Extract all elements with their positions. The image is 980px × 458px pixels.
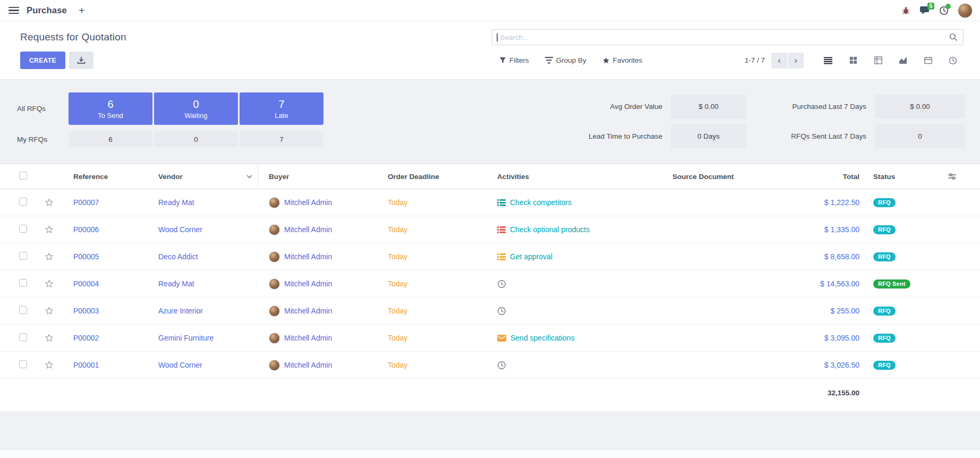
buyer-avatar — [269, 278, 280, 290]
row-deadline: Today — [377, 334, 487, 342]
row-activity[interactable]: Get approval — [487, 252, 662, 261]
my-rfqs-filter[interactable]: My RFQs — [17, 135, 67, 143]
table-header-row: Reference Vendor Buyer Order Deadline Ac… — [0, 164, 980, 189]
buyer-avatar — [269, 197, 280, 208]
activity-icon[interactable] — [497, 279, 506, 289]
purchase-dashboard: All RFQs 6 To Send 0 Waiting 7 Late My R… — [0, 80, 980, 164]
list-view-icon[interactable] — [817, 53, 839, 69]
favorite-star-icon[interactable] — [44, 279, 54, 289]
favorite-star-icon[interactable] — [44, 306, 54, 316]
export-button[interactable] — [69, 52, 93, 69]
page-background — [0, 412, 980, 449]
group-by-button[interactable]: Group By — [545, 56, 586, 64]
search-input[interactable] — [500, 33, 950, 41]
activity-icon[interactable] — [497, 307, 506, 316]
page-title: Requests for Quotation — [20, 31, 126, 43]
kanban-view-icon[interactable] — [842, 53, 864, 69]
column-header-order-deadline[interactable]: Order Deadline — [377, 173, 487, 181]
apps-menu-icon[interactable] — [8, 7, 19, 14]
row-total: $ 3,026.50 — [789, 361, 864, 369]
filters-button[interactable]: Filters — [499, 56, 529, 64]
row-reference: P00006 — [63, 225, 148, 234]
row-buyer: Mitchell Admin — [284, 361, 332, 369]
graph-view-icon[interactable] — [892, 53, 914, 69]
row-total: $ 14,563.00 — [789, 279, 864, 288]
row-checkbox[interactable] — [19, 360, 27, 368]
pager-next-button[interactable]: › — [788, 53, 804, 69]
new-tab-plus-icon[interactable]: + — [79, 5, 85, 16]
user-avatar[interactable] — [958, 3, 973, 18]
row-activity[interactable] — [487, 279, 662, 289]
column-header-buyer[interactable]: Buyer — [258, 173, 377, 181]
activity-icon[interactable] — [497, 226, 506, 233]
row-checkbox[interactable] — [19, 198, 27, 206]
favorite-star-icon[interactable] — [44, 198, 54, 207]
column-header-reference[interactable]: Reference — [63, 173, 148, 181]
row-checkbox[interactable] — [19, 252, 27, 260]
card-late[interactable]: 7 Late — [240, 92, 323, 125]
column-header-vendor[interactable]: Vendor — [148, 164, 258, 189]
row-activity[interactable] — [487, 361, 662, 370]
my-to-send-count[interactable]: 6 — [69, 131, 152, 147]
activity-icon[interactable] — [497, 361, 506, 370]
card-label: Waiting — [185, 112, 208, 120]
app-name[interactable]: Purchase — [27, 5, 67, 15]
activity-icon[interactable] — [497, 253, 506, 260]
row-checkbox[interactable] — [19, 225, 27, 233]
row-checkbox[interactable] — [19, 279, 27, 287]
row-reference: P00007 — [63, 198, 148, 207]
activity-label: Send specifications — [510, 334, 575, 342]
card-label: To Send — [98, 112, 123, 120]
activity-view-icon[interactable] — [942, 53, 964, 69]
calendar-view-icon[interactable] — [917, 53, 939, 69]
select-all-checkbox[interactable] — [19, 172, 27, 180]
row-checkbox[interactable] — [19, 333, 27, 341]
search-icon[interactable] — [949, 33, 958, 41]
activity-icon[interactable] — [497, 335, 506, 342]
activities-clock-icon[interactable] — [939, 6, 949, 15]
column-header-status[interactable]: Status — [864, 173, 943, 181]
pager-previous-button[interactable]: ‹ — [771, 53, 787, 69]
row-total: $ 1,335.00 — [789, 225, 864, 234]
column-header-activities[interactable]: Activities — [487, 173, 662, 181]
buyer-avatar — [269, 251, 280, 262]
all-rfqs-filter[interactable]: All RFQs — [17, 105, 67, 113]
table-row[interactable]: P00003 Azure Interior Mitchell Admin Tod… — [0, 298, 980, 325]
favorite-star-icon[interactable] — [44, 360, 54, 370]
table-row[interactable]: P00001 Wood Corner Mitchell Admin Today … — [0, 352, 980, 379]
create-button[interactable]: CREATE — [20, 52, 65, 69]
my-late-count[interactable]: 7 — [240, 131, 323, 147]
favorite-star-icon[interactable] — [44, 225, 54, 234]
navbar-systray: 5 — [901, 3, 973, 18]
row-vendor: Azure Interior — [148, 307, 258, 315]
my-waiting-count[interactable]: 0 — [154, 131, 238, 147]
table-row[interactable]: P00007 Ready Mat Mitchell Admin Today Ch… — [0, 189, 980, 216]
row-checkbox[interactable] — [19, 306, 27, 314]
stat-label: Avg Order Value — [535, 95, 662, 118]
row-activity[interactable] — [487, 307, 662, 316]
debug-bug-icon[interactable] — [901, 6, 910, 15]
card-waiting[interactable]: 0 Waiting — [154, 92, 238, 125]
optional-columns-icon[interactable] — [948, 172, 957, 181]
table-row[interactable]: P00006 Wood Corner Mitchell Admin Today … — [0, 216, 980, 243]
messages-icon[interactable]: 5 — [919, 6, 930, 15]
pivot-view-icon[interactable] — [867, 53, 889, 69]
row-activity[interactable]: Check optional products — [487, 225, 662, 234]
row-activity[interactable]: Send specifications — [487, 334, 662, 342]
favorite-star-icon[interactable] — [44, 333, 54, 343]
favorites-label: Favorites — [613, 56, 643, 64]
column-header-total[interactable]: Total — [789, 173, 864, 181]
column-header-source-document[interactable]: Source Document — [662, 173, 789, 181]
row-activity[interactable]: Check competitors — [487, 198, 662, 207]
row-total: $ 3,095.00 — [789, 334, 864, 342]
card-to-send[interactable]: 6 To Send — [69, 92, 152, 125]
favorite-star-icon[interactable] — [44, 252, 54, 261]
table-row[interactable]: P00004 Ready Mat Mitchell Admin Today $ … — [0, 270, 980, 298]
table-row[interactable]: P00002 Gemini Furniture Mitchell Admin T… — [0, 325, 980, 352]
row-reference: P00005 — [63, 252, 148, 261]
row-vendor: Ready Mat — [148, 198, 258, 207]
table-row[interactable]: P00005 Deco Addict Mitchell Admin Today … — [0, 243, 980, 270]
stat-value: 0 — [875, 124, 965, 148]
activity-icon[interactable] — [497, 199, 506, 206]
favorites-button[interactable]: Favorites — [602, 56, 643, 64]
